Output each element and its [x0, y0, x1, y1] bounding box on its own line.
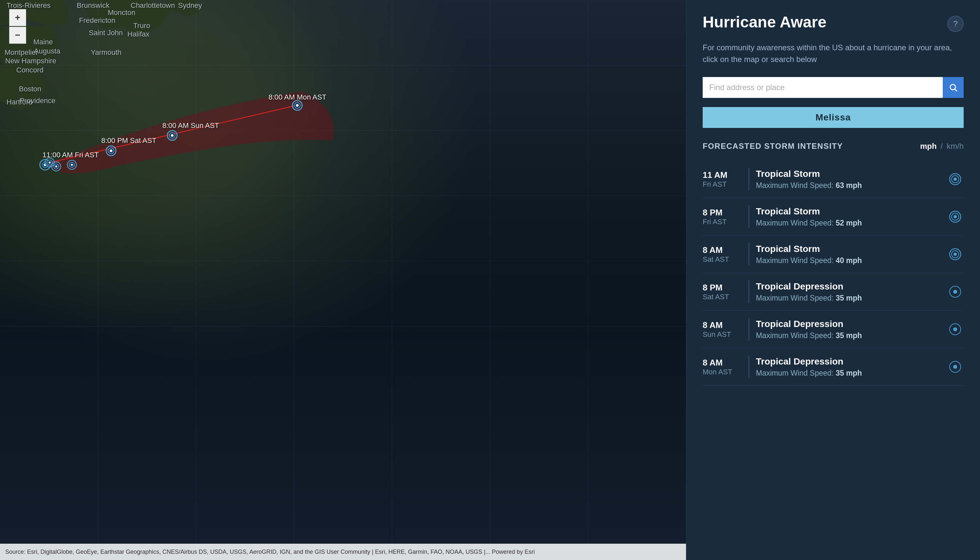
app-description: For community awareness within the US ab…: [702, 42, 964, 65]
storm-info: Tropical Depression Maximum Wind Speed: …: [756, 281, 940, 303]
map-controls: + −: [9, 9, 26, 44]
storm-row: 11 AM Fri AST Tropical Storm Maximum Win…: [702, 160, 964, 198]
storm-time: 8 AM Sun AST: [702, 320, 742, 339]
svg-point-55: [953, 365, 957, 369]
storm-divider: [748, 280, 749, 303]
storm-time: 8 PM Sat AST: [702, 283, 742, 301]
storm-info: Tropical Storm Maximum Wind Speed: 63 mp…: [756, 169, 940, 190]
map-background: [0, 0, 686, 560]
sidebar-header: Hurricane Aware ?: [702, 13, 964, 32]
storm-icon[interactable]: [947, 246, 964, 263]
svg-point-53: [953, 327, 957, 331]
search-button[interactable]: [943, 77, 964, 98]
unit-kmh[interactable]: km/h: [947, 142, 964, 151]
storm-row: 8 PM Fri AST Tropical Storm Maximum Wind…: [702, 198, 964, 236]
zoom-out-button[interactable]: −: [9, 27, 26, 44]
storm-info: Tropical Depression Maximum Wind Speed: …: [756, 357, 940, 378]
storm-divider: [748, 205, 749, 228]
unit-selector: mph / km/h: [920, 142, 964, 151]
storm-row: 8 AM Sat AST Tropical Storm Maximum Wind…: [702, 236, 964, 273]
svg-line-40: [955, 89, 957, 91]
storm-icon[interactable]: [947, 321, 964, 338]
storm-icon[interactable]: [947, 283, 964, 300]
storm-time: 8 PM Fri AST: [702, 208, 742, 226]
storm-row: 8 AM Mon AST Tropical Depression Maximum…: [702, 348, 964, 386]
storm-divider: [748, 243, 749, 266]
unit-mph[interactable]: mph: [920, 142, 937, 151]
help-button[interactable]: ?: [947, 16, 964, 32]
storm-row: 8 PM Sat AST Tropical Depression Maximum…: [702, 273, 964, 311]
forecast-list: 11 AM Fri AST Tropical Storm Maximum Win…: [702, 160, 964, 386]
map-area[interactable]: 11:00 AM Fri AST 8:00 PM Sat AST 8:00 AM…: [0, 0, 686, 560]
unit-separator: /: [940, 142, 943, 151]
storm-info: Tropical Depression Maximum Wind Speed: …: [756, 319, 940, 340]
svg-point-51: [953, 290, 957, 294]
zoom-in-button[interactable]: +: [9, 9, 26, 26]
app-title: Hurricane Aware: [702, 13, 826, 31]
storm-name-button[interactable]: Melissa: [702, 107, 964, 128]
map-attribution: Source: Esri, DigitalGlobe, GeoEye, Eart…: [0, 544, 686, 560]
storm-divider: [748, 355, 749, 378]
search-input[interactable]: [702, 77, 943, 98]
storm-time: 8 AM Mon AST: [702, 358, 742, 376]
svg-point-39: [950, 85, 955, 90]
storm-icon[interactable]: [947, 208, 964, 225]
svg-point-46: [953, 215, 957, 218]
storm-icon[interactable]: [947, 171, 964, 188]
storm-icon[interactable]: [947, 358, 964, 375]
section-header: FORECASTED STORM INTENSITY mph / km/h: [702, 142, 964, 151]
storm-info: Tropical Storm Maximum Wind Speed: 40 mp…: [756, 244, 940, 265]
svg-point-49: [953, 253, 957, 256]
storm-info: Tropical Storm Maximum Wind Speed: 52 mp…: [756, 206, 940, 227]
storm-time: 11 AM Fri AST: [702, 170, 742, 188]
sidebar: Hurricane Aware ? For community awarenes…: [686, 0, 980, 560]
storm-time: 8 AM Sat AST: [702, 245, 742, 264]
storm-divider: [748, 318, 749, 341]
svg-point-43: [953, 178, 957, 181]
section-title: FORECASTED STORM INTENSITY: [702, 142, 843, 151]
storm-row: 8 AM Sun AST Tropical Depression Maximum…: [702, 311, 964, 348]
storm-divider: [748, 168, 749, 191]
search-row: [702, 77, 964, 98]
